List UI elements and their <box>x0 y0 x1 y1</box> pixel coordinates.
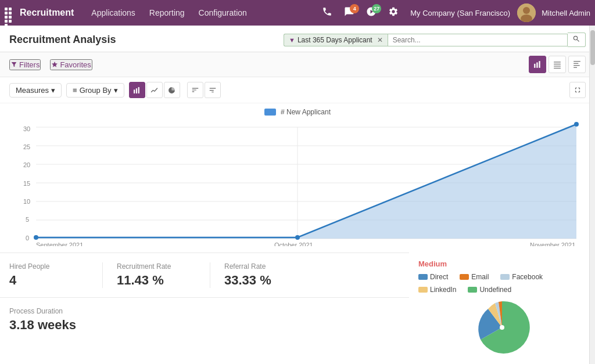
svg-point-33 <box>34 235 38 240</box>
referral-rate-label: Referral Rate <box>224 262 299 271</box>
svg-text:15: 15 <box>23 180 30 187</box>
view-toggle <box>529 56 586 73</box>
nav-applications[interactable]: Applications <box>85 6 141 20</box>
chart-legend: # New Applicant <box>9 103 586 118</box>
expand-button[interactable] <box>569 82 586 98</box>
graph-view-button[interactable] <box>529 56 546 73</box>
pie-chart-button[interactable] <box>164 82 180 98</box>
pie-chart-svg <box>473 298 531 356</box>
username: Mitchell Admin <box>542 9 590 17</box>
svg-text:October 2021: October 2021 <box>274 242 313 246</box>
messages-badge: 4 <box>350 4 359 13</box>
activity-badge: 27 <box>372 4 381 13</box>
process-duration-label: Process Duration <box>9 307 400 315</box>
medium-title: Medium <box>418 260 586 268</box>
svg-rect-8 <box>554 66 561 66</box>
measures-button[interactable]: Measures ▾ <box>9 83 62 98</box>
page-title: Recruitment Analysis <box>9 34 116 46</box>
linkedin-color <box>418 287 428 293</box>
app-switcher-icon[interactable] <box>5 8 15 18</box>
svg-text:20: 20 <box>23 161 30 168</box>
stat-divider-1 <box>102 262 103 288</box>
vertical-scrollbar[interactable] <box>589 26 595 364</box>
favorites-button[interactable]: Favorites <box>50 59 92 70</box>
recruitment-rate-value: 11.43 % <box>117 273 191 288</box>
direct-color <box>418 274 428 280</box>
title-row: Recruitment Analysis ▼ Last 365 Days App… <box>0 26 595 52</box>
svg-rect-9 <box>554 68 561 69</box>
list-view-button[interactable] <box>549 56 566 73</box>
medium-legend: Direct Email Facebook LinkedIn Undefined <box>418 273 586 294</box>
linkedin-label: LinkedIn <box>430 286 456 294</box>
sort-asc-button[interactable] <box>187 82 203 98</box>
undefined-label: Undefined <box>479 286 511 294</box>
legend-direct: Direct <box>418 273 448 281</box>
svg-text:25: 25 <box>23 143 30 150</box>
recruitment-rate-label: Recruitment Rate <box>117 262 191 271</box>
legend-undefined: Undefined <box>468 286 511 294</box>
svg-rect-10 <box>574 61 580 62</box>
legend-facebook: Facebook <box>500 273 543 281</box>
svg-text:30: 30 <box>23 125 30 132</box>
svg-rect-14 <box>134 89 135 93</box>
hired-people-value: 4 <box>9 273 84 288</box>
nav-configuration[interactable]: Configuration <box>193 6 253 20</box>
legend-color-swatch <box>264 109 276 116</box>
hired-people-label: Hired People <box>9 262 84 271</box>
company-name: My Company (San Francisco) <box>410 9 510 17</box>
filters-row: Filters Favorites <box>0 52 595 77</box>
chart-svg: 0 5 10 15 20 25 30 <box>9 118 586 248</box>
medium-section: Medium Direct Email Facebook LinkedIn <box>409 253 595 363</box>
nav-reporting[interactable]: Reporting <box>144 6 191 20</box>
avatar[interactable] <box>517 3 536 22</box>
stat-divider-2 <box>210 262 210 288</box>
filters-left: Filters Favorites <box>9 59 92 70</box>
settings-icon[interactable] <box>383 4 403 21</box>
chart-type-buttons <box>129 82 180 98</box>
hired-people-stat: Hired People 4 <box>9 262 102 288</box>
legend-email: Email <box>460 273 489 281</box>
svg-text:0: 0 <box>26 235 29 242</box>
svg-point-1 <box>523 7 530 14</box>
filter-flag-icon: ▼ <box>289 37 295 44</box>
svg-text:September 2021: September 2021 <box>36 242 83 246</box>
page-content: Recruitment Analysis ▼ Last 365 Days App… <box>0 26 595 364</box>
search-button[interactable] <box>568 33 586 47</box>
app-brand: Recruitment <box>20 8 74 18</box>
recruitment-rate-stat: Recruitment Rate 11.43 % <box>117 262 210 288</box>
remove-filter-button[interactable]: ✕ <box>377 36 383 44</box>
groupby-icon: ≡ <box>73 86 77 95</box>
svg-text:5: 5 <box>26 216 29 223</box>
referral-rate-stat: Referral Rate 33.33 % <box>224 262 317 288</box>
groupby-button[interactable]: ≡ Group By ▾ <box>66 83 124 98</box>
svg-rect-12 <box>574 65 580 66</box>
stats-section: Hired People 4 Recruitment Rate 11.43 % … <box>0 253 409 363</box>
line-chart-button[interactable] <box>146 82 163 98</box>
top-navigation: Recruitment Applications Reporting Confi… <box>0 0 595 26</box>
active-filter-label: Last 365 Days Applicant <box>298 36 372 44</box>
svg-point-35 <box>574 122 579 127</box>
svg-rect-16 <box>138 87 139 93</box>
activity-icon[interactable]: 27 <box>361 4 381 21</box>
filters-label: Filters <box>19 60 40 69</box>
scrollbar-thumb[interactable] <box>590 30 595 65</box>
svg-text:November 2021: November 2021 <box>530 242 575 246</box>
bar-chart-view-button[interactable] <box>568 56 586 73</box>
svg-marker-32 <box>36 124 576 239</box>
chart-toolbar: Measures ▾ ≡ Group By ▾ <box>0 77 595 103</box>
phone-icon[interactable] <box>317 4 337 21</box>
referral-rate-value: 33.33 % <box>224 273 299 288</box>
svg-rect-15 <box>136 88 137 93</box>
search-area: ▼ Last 365 Days Applicant ✕ <box>284 33 586 47</box>
search-input[interactable] <box>388 34 568 46</box>
sort-desc-button[interactable] <box>205 82 221 98</box>
facebook-label: Facebook <box>512 273 543 281</box>
bar-chart-button[interactable] <box>129 82 145 98</box>
svg-rect-3 <box>534 64 535 68</box>
email-label: Email <box>471 273 489 281</box>
filters-button[interactable]: Filters <box>9 59 41 70</box>
messages-icon[interactable]: 4 <box>339 4 359 21</box>
pie-chart-container <box>418 298 586 356</box>
groupby-chevron-icon: ▾ <box>114 86 118 95</box>
sort-buttons <box>187 82 221 98</box>
